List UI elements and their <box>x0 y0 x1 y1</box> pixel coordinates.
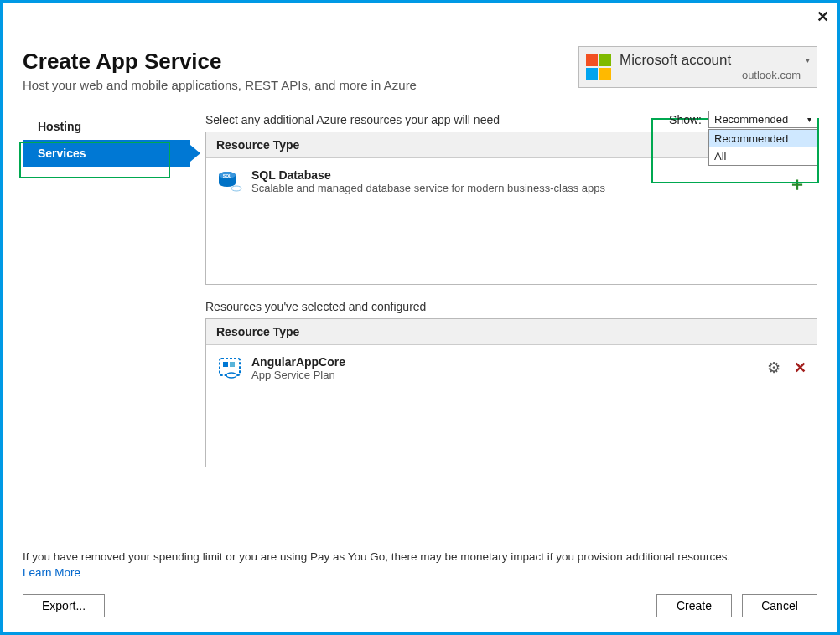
gear-icon[interactable]: ⚙ <box>767 359 780 377</box>
resource-text: SQL Database Scalable and managed databa… <box>251 168 788 194</box>
show-option-recommended[interactable]: Recommended <box>709 130 817 147</box>
svg-text:SQL: SQL <box>223 173 231 178</box>
dialog-footer: If you have removed your spending limit … <box>3 550 837 632</box>
show-dropdown-value: Recommended <box>714 113 788 126</box>
resource-row-sql-database[interactable]: SQL SQL Database Scalable and managed da… <box>216 165 806 200</box>
show-filter: Show: Recommended ▾ Recommended All <box>669 111 817 128</box>
panel-header: Resource Type <box>206 319 817 345</box>
sidebar-item-services[interactable]: Services <box>23 140 190 167</box>
button-row: Export... Create Cancel <box>23 594 817 617</box>
app-service-plan-icon <box>216 355 243 382</box>
resource-text: AngularAppCore App Service Plan <box>251 355 767 381</box>
show-dropdown-selected[interactable]: Recommended ▾ <box>709 111 817 127</box>
selected-resources-panel: Resource Type AngularAppCore App Service… <box>205 318 817 467</box>
sidebar-item-hosting[interactable]: Hosting <box>23 113 190 140</box>
selected-resources-label: Resources you've selected and configured <box>205 300 817 313</box>
sidebar: Hosting Services <box>23 101 190 483</box>
show-dropdown[interactable]: Recommended ▾ Recommended All <box>708 111 817 128</box>
account-selector[interactable]: Microsoft account outlook.com ▾ <box>578 46 817 88</box>
account-name: Microsoft account <box>620 53 801 69</box>
resource-title: SQL Database <box>251 168 788 182</box>
chevron-down-icon: ▾ <box>807 115 811 124</box>
resource-title: AngularAppCore <box>251 355 767 369</box>
show-dropdown-list: Recommended All <box>708 129 817 166</box>
dialog-body: Hosting Services Show: Recommended ▾ Rec… <box>3 101 837 483</box>
add-icon[interactable]: ＋ <box>788 172 806 197</box>
sql-database-icon: SQL <box>216 168 243 195</box>
create-app-service-dialog: ✕ Create App Service Host your web and m… <box>0 0 840 635</box>
create-button[interactable]: Create <box>656 594 732 617</box>
dialog-header: Create App Service Host your web and mob… <box>3 3 837 101</box>
available-resources-list: SQL SQL Database Scalable and managed da… <box>206 158 817 284</box>
chevron-down-icon: ▾ <box>806 55 810 65</box>
svg-rect-5 <box>230 362 235 367</box>
svg-rect-4 <box>223 362 228 367</box>
resource-row-app-service-plan[interactable]: AngularAppCore App Service Plan ⚙ ✕ <box>216 352 806 385</box>
row-actions: ⚙ ✕ <box>767 355 806 377</box>
selected-resources-list: AngularAppCore App Service Plan ⚙ ✕ <box>206 345 817 467</box>
microsoft-logo-icon <box>586 54 611 80</box>
show-label: Show: <box>669 111 702 126</box>
account-email: outlook.com <box>620 69 801 81</box>
account-text: Microsoft account outlook.com <box>620 53 801 81</box>
learn-more-link[interactable]: Learn More <box>23 566 80 579</box>
cancel-button[interactable]: Cancel <box>742 594 817 617</box>
row-actions: ＋ <box>788 168 806 197</box>
show-option-all[interactable]: All <box>709 147 817 165</box>
footer-note: If you have removed your spending limit … <box>23 550 817 563</box>
remove-icon[interactable]: ✕ <box>794 359 806 377</box>
resource-desc: Scalable and managed database service fo… <box>251 182 788 194</box>
resource-desc: App Service Plan <box>251 369 767 381</box>
main-content: Show: Recommended ▾ Recommended All Sele… <box>190 101 817 483</box>
export-button[interactable]: Export... <box>23 594 105 617</box>
